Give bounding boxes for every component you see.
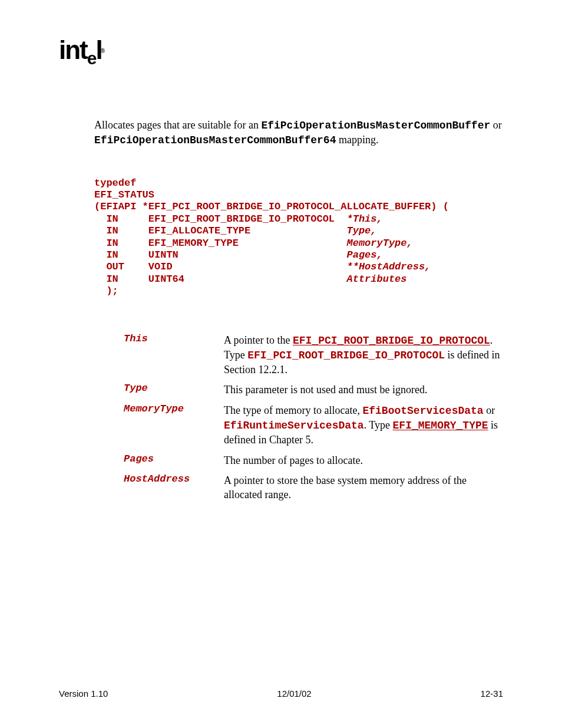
summary-code-1: EfiPciOperationBusMasterCommonBuffer xyxy=(261,120,490,131)
proto-r4b: Pages, xyxy=(346,249,382,261)
proto-r4a: IN UINTN xyxy=(94,249,346,261)
memtype-code2: EfiRuntimeServicesData xyxy=(224,420,364,431)
proto-r6a: IN UINT64 xyxy=(94,274,346,285)
proto-r5a: OUT VOID xyxy=(94,261,346,272)
pages-t1: The number of pages to allocate. xyxy=(224,454,363,466)
param-name-pages: Pages xyxy=(124,453,224,465)
footer-right: 12-31 xyxy=(481,689,503,699)
summary-pre: Allocates pages that are suitable for an xyxy=(94,119,261,131)
param-row-pages: Pages The number of pages to allocate. xyxy=(124,453,503,467)
proto-r1b: *This, xyxy=(346,213,382,225)
param-row-hostaddress: HostAddress A pointer to store the base … xyxy=(124,473,503,502)
proto-r2b: Type, xyxy=(346,225,376,236)
proto-r1a: IN EFI_PCI_ROOT_BRIDGE_IO_PROTOCOL xyxy=(94,213,346,225)
type-t1: This parameter is not used and must be i… xyxy=(224,384,427,396)
proto-r5b: **HostAddress, xyxy=(346,261,431,272)
logo-reg: ® xyxy=(101,48,104,54)
proto-l3: (EFIAPI *EFI_PCI_ROOT_BRIDGE_IO_PROTOCOL… xyxy=(94,201,449,212)
param-desc-type: This parameter is not used and must be i… xyxy=(224,383,503,397)
summary-post: mapping. xyxy=(336,134,378,146)
proto-r2a: IN EFI_ALLOCATE_TYPE xyxy=(94,225,346,236)
param-desc-this: A pointer to the EFI_PCI_ROOT_BRIDGE_IO_… xyxy=(224,333,503,377)
memtype-t1: The type of memory to allocate, xyxy=(224,404,362,416)
param-desc-memtype: The type of memory to allocate, EfiBootS… xyxy=(224,403,503,447)
this-code1: EFI_PCI_ROOT_BRIDGE_IO_PROTOCOL xyxy=(247,350,445,361)
proto-r3a: IN EFI_MEMORY_TYPE xyxy=(94,238,346,249)
intel-logo: intel® xyxy=(59,35,503,65)
param-desc-hostaddress: A pointer to store the base system memor… xyxy=(224,473,503,502)
proto-r3b: MemoryType, xyxy=(346,238,412,249)
summary-mid: or xyxy=(490,119,502,131)
parameters-list: This A pointer to the EFI_PCI_ROOT_BRIDG… xyxy=(124,333,503,502)
memtype-link1[interactable]: EFI_MEMORY_TYPE xyxy=(393,420,488,431)
param-row-this: This A pointer to the EFI_PCI_ROOT_BRIDG… xyxy=(124,333,503,377)
param-desc-pages: The number of pages to allocate. xyxy=(224,453,503,467)
memtype-code1: EfiBootServicesData xyxy=(362,405,483,417)
this-link1[interactable]: EFI_PCI_ROOT_BRIDGE_IO_PROTOCOL xyxy=(293,335,490,347)
page-footer: Version 1.10 12/01/02 12-31 xyxy=(59,689,503,699)
summary-code-2: EfiPciOperationBusMasterCommonBuffer64 xyxy=(94,134,336,146)
param-name-memtype: MemoryType xyxy=(124,403,224,414)
memtype-t2: or xyxy=(484,404,495,416)
prototype-block: typedef EFI_STATUS (EFIAPI *EFI_PCI_ROOT… xyxy=(94,177,503,298)
proto-r7: ); xyxy=(94,285,118,297)
summary-text: Allocates pages that are suitable for an… xyxy=(94,118,503,148)
proto-l1: typedef xyxy=(94,177,136,189)
hostaddr-t1: A pointer to store the base system memor… xyxy=(224,475,467,500)
param-name-this: This xyxy=(124,333,224,344)
logo-sub: e xyxy=(87,48,96,68)
param-name-hostaddress: HostAddress xyxy=(124,473,224,485)
memtype-t3: . Type xyxy=(364,419,393,431)
footer-left: Version 1.10 xyxy=(59,689,108,699)
param-name-type: Type xyxy=(124,383,224,394)
proto-r6b: Attributes xyxy=(346,274,406,285)
this-t1: A pointer to the xyxy=(224,334,293,346)
logo-text: int xyxy=(59,35,87,65)
proto-l2: EFI_STATUS xyxy=(94,189,154,200)
footer-center: 12/01/02 xyxy=(277,689,311,699)
param-row-memtype: MemoryType The type of memory to allocat… xyxy=(124,403,503,447)
param-row-type: Type This parameter is not used and must… xyxy=(124,383,503,397)
